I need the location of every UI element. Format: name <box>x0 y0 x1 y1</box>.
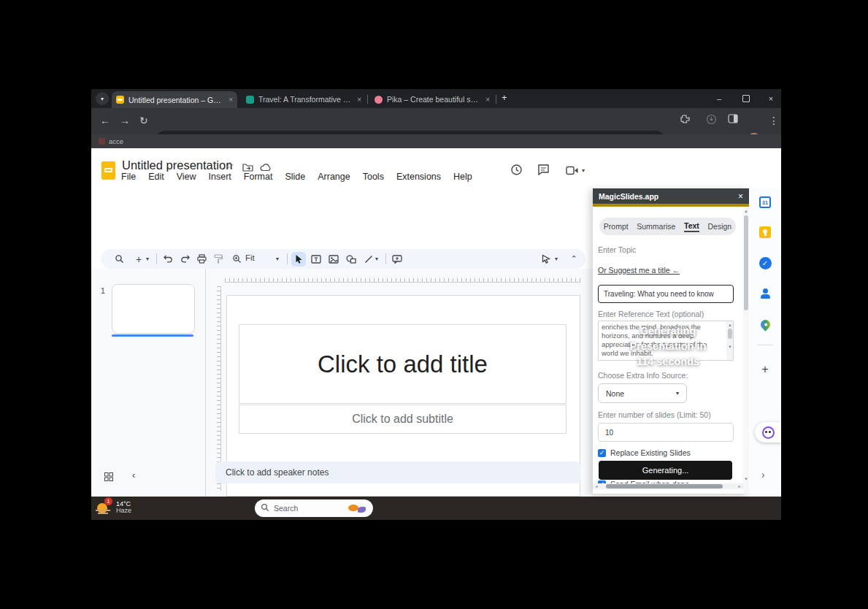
calendar-icon[interactable]: 31 <box>758 195 772 210</box>
window-close-button[interactable]: × <box>760 89 781 108</box>
back-icon[interactable]: ← <box>100 115 110 126</box>
subtitle-placeholder[interactable]: Click to add subtitle <box>239 405 566 434</box>
taskbar-search[interactable]: Search <box>255 499 373 517</box>
tab-summarise[interactable]: Summarise <box>637 222 675 231</box>
bookmark-item[interactable]: acce <box>109 137 123 145</box>
scroll-up-icon[interactable]: ▲ <box>743 208 749 214</box>
slides-count-input[interactable]: 10 <box>598 423 734 442</box>
slides-logo-icon[interactable] <box>101 161 115 180</box>
menu-slide[interactable]: Slide <box>285 172 305 182</box>
menu-insert[interactable]: Insert <box>209 172 231 182</box>
menu-help[interactable]: Help <box>453 172 472 182</box>
browser-menu-icon[interactable]: ⋮ <box>769 115 779 126</box>
insert-shape-icon[interactable] <box>344 252 358 267</box>
keep-icon[interactable] <box>758 225 772 240</box>
scrollbar-thumb[interactable] <box>744 215 748 310</box>
tab-close-icon[interactable]: × <box>485 96 490 104</box>
panel-vertical-scrollbar[interactable]: ▲ ▼ <box>743 207 749 494</box>
title-placeholder[interactable]: Click to add title <box>239 324 566 404</box>
scroll-left-icon[interactable]: ◂ <box>594 483 599 489</box>
pointer-dropdown-icon[interactable]: ▾ <box>552 252 561 267</box>
generate-button[interactable]: Generating... <box>599 461 732 480</box>
panel-horizontal-scrollbar[interactable]: ◂ ▸ <box>593 483 743 489</box>
menu-file[interactable]: File <box>121 172 136 182</box>
scrollbar-thumb[interactable] <box>606 484 723 489</box>
browser-tab-travel[interactable]: Travel: A Transformative Odysse × <box>246 93 361 106</box>
menu-arrange[interactable]: Arrange <box>318 172 350 182</box>
menu-tools[interactable]: Tools <box>363 172 384 182</box>
laser-pointer-icon[interactable] <box>539 252 553 267</box>
bookmarks-bar: acce <box>91 134 781 148</box>
star-document-icon[interactable]: ☆ <box>226 160 234 171</box>
weather-widget[interactable]: 1 14°C Haze <box>95 499 131 516</box>
tab-prompt[interactable]: Prompt <box>604 222 629 231</box>
filmstrip-divider[interactable] <box>205 269 206 510</box>
insert-image-icon[interactable] <box>326 252 341 267</box>
menu-extensions[interactable]: Extensions <box>396 172 441 182</box>
extensions-icon[interactable] <box>680 114 690 126</box>
slide-thumbnail[interactable] <box>112 284 195 334</box>
reload-icon[interactable]: ↻ <box>139 115 148 126</box>
new-slide-dropdown-icon[interactable]: ▾ <box>143 252 152 267</box>
new-tab-button[interactable]: + <box>502 92 507 103</box>
suggest-title-link[interactable]: Or Suggest me a title ← <box>598 266 680 275</box>
zoom-in-icon[interactable] <box>229 252 244 267</box>
tab-close-icon[interactable]: × <box>228 96 233 104</box>
magicslides-header: MagicSlides.app × <box>593 188 749 204</box>
menu-format[interactable]: Format <box>244 172 273 182</box>
print-icon[interactable] <box>194 252 209 267</box>
extra-source-select[interactable]: None ▾ <box>598 383 687 403</box>
hide-menus-icon[interactable]: ⌃ <box>566 252 581 267</box>
hide-side-panel-icon[interactable]: › <box>761 469 765 480</box>
document-title[interactable]: Untitled presentation <box>122 158 232 172</box>
tab-search-button[interactable]: ▾ <box>96 92 109 105</box>
bookmark-favicon-icon <box>99 138 105 145</box>
extra-source-value: None <box>606 389 624 398</box>
join-call-dropdown-icon[interactable]: ▾ <box>582 167 585 174</box>
paint-format-icon[interactable] <box>211 252 226 267</box>
forward-icon[interactable]: → <box>120 115 130 126</box>
comment-history-icon[interactable] <box>537 164 550 179</box>
insert-comment-icon[interactable] <box>390 252 404 267</box>
join-call-icon[interactable] <box>566 165 579 178</box>
collapse-filmstrip-icon[interactable]: ‹ <box>132 470 135 480</box>
maps-icon[interactable] <box>758 317 772 332</box>
tab-design[interactable]: Design <box>707 222 731 231</box>
grid-view-icon[interactable] <box>104 471 113 484</box>
scroll-right-icon[interactable]: ▸ <box>737 483 742 489</box>
browser-tab-active[interactable]: Untitled presentation – Google × <box>112 91 237 108</box>
tab-text[interactable]: Text <box>684 221 699 232</box>
toolbar-separator <box>385 253 386 264</box>
scroll-down-icon[interactable]: ▼ <box>743 476 749 482</box>
checkbox-checked-icon[interactable]: ✓ <box>598 449 606 457</box>
get-addons-icon[interactable]: + <box>758 362 772 377</box>
window-restore-button[interactable] <box>735 89 757 108</box>
text-box-icon[interactable] <box>309 252 323 267</box>
menu-edit[interactable]: Edit <box>148 172 164 182</box>
speaker-notes-bar[interactable]: Click to add speaker notes <box>215 461 580 483</box>
redo-icon[interactable] <box>177 252 192 267</box>
topic-input[interactable]: Traveling: What you need to know <box>598 285 734 303</box>
side-panel-icon[interactable] <box>728 114 738 126</box>
contacts-icon[interactable] <box>758 286 772 301</box>
close-panel-icon[interactable]: × <box>738 191 743 202</box>
replace-slides-row[interactable]: ✓ Replace Existing Slides <box>598 448 691 457</box>
search-menus-icon[interactable] <box>112 252 126 267</box>
zoom-fit-dropdown-icon[interactable]: ▾ <box>273 252 282 267</box>
version-history-icon[interactable] <box>510 164 523 179</box>
magicslides-addon-pill[interactable] <box>755 422 781 443</box>
menu-view[interactable]: View <box>177 172 196 182</box>
zoom-fit-select[interactable]: Fit <box>245 253 255 262</box>
select-tool-icon[interactable] <box>291 252 306 267</box>
tab-title: Travel: A Transformative Odysse <box>258 95 353 104</box>
tab-close-icon[interactable]: × <box>357 96 361 104</box>
slides-favicon-icon <box>116 96 124 104</box>
browser-tab-pika[interactable]: Pika – Create beautiful screensh × <box>375 93 490 106</box>
insert-line-dropdown-icon[interactable]: ▾ <box>372 252 381 267</box>
browser-toolbar: ← → ↻ docs.google.com/presentation/d/1kr… <box>91 108 781 134</box>
download-icon[interactable] <box>706 114 717 127</box>
undo-icon[interactable] <box>161 252 175 267</box>
tasks-icon[interactable]: ✓ <box>758 256 772 270</box>
window-minimize-button[interactable]: – <box>708 89 730 108</box>
pika-favicon-icon <box>375 96 383 104</box>
